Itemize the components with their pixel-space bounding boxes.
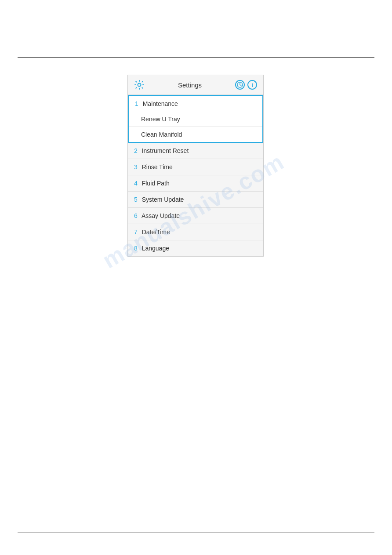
panel-title: Settings (145, 81, 235, 89)
svg-point-0 (138, 83, 141, 87)
submenu-item-renew-u-tray[interactable]: Renew U Tray (129, 112, 262, 127)
menu-item-instrument-reset[interactable]: 2 Instrument Reset (128, 143, 263, 159)
menu-item-1-number: 1 (135, 100, 138, 107)
menu-item-assay-update[interactable]: 6 Assay Update (128, 208, 263, 224)
menu-item-5-number: 5 (134, 196, 138, 203)
menu-list: 1 Maintenance Renew U Tray Clean Manifol… (128, 95, 263, 256)
header-icons: i (235, 80, 257, 90)
device-panel: Settings i 1 Maintenance Renew (127, 75, 264, 257)
menu-item-language[interactable]: 8 Language (128, 240, 263, 256)
menu-item-6-label: Assay Update (142, 212, 180, 219)
menu-item-8-label: Language (142, 245, 169, 252)
menu-item-2-label: Instrument Reset (142, 147, 189, 154)
gear-icon[interactable] (134, 80, 145, 90)
menu-item-6-number: 6 (134, 212, 138, 219)
menu-item-7-number: 7 (134, 229, 138, 236)
menu-item-2-number: 2 (134, 147, 138, 154)
bottom-rule (18, 533, 374, 533)
top-rule (18, 57, 374, 58)
info-icon[interactable]: i (247, 80, 257, 90)
clean-manifold-label: Clean Manifold (141, 131, 182, 138)
clock-icon[interactable] (235, 80, 245, 90)
submenu-maintenance: Renew U Tray Clean Manifold (128, 112, 263, 143)
submenu-item-clean-manifold[interactable]: Clean Manifold (129, 127, 262, 143)
svg-line-3 (240, 85, 241, 86)
menu-item-4-number: 4 (134, 180, 138, 187)
menu-item-7-label: Date/Time (142, 229, 170, 236)
menu-item-system-update[interactable]: 5 System Update (128, 192, 263, 208)
menu-item-maintenance[interactable]: 1 Maintenance (128, 95, 263, 112)
menu-item-1-label: Maintenance (143, 100, 178, 107)
menu-item-5-label: System Update (142, 196, 184, 203)
menu-item-4-label: Fluid Path (142, 180, 170, 187)
renew-u-tray-label: Renew U Tray (141, 116, 180, 123)
menu-item-date-time[interactable]: 7 Date/Time (128, 224, 263, 240)
menu-item-fluid-path[interactable]: 4 Fluid Path (128, 175, 263, 192)
panel-header: Settings i (128, 75, 263, 95)
menu-item-3-number: 3 (134, 163, 138, 170)
menu-item-8-number: 8 (134, 245, 138, 252)
menu-item-rinse-time[interactable]: 3 Rinse Time (128, 159, 263, 175)
menu-item-3-label: Rinse Time (142, 163, 173, 170)
